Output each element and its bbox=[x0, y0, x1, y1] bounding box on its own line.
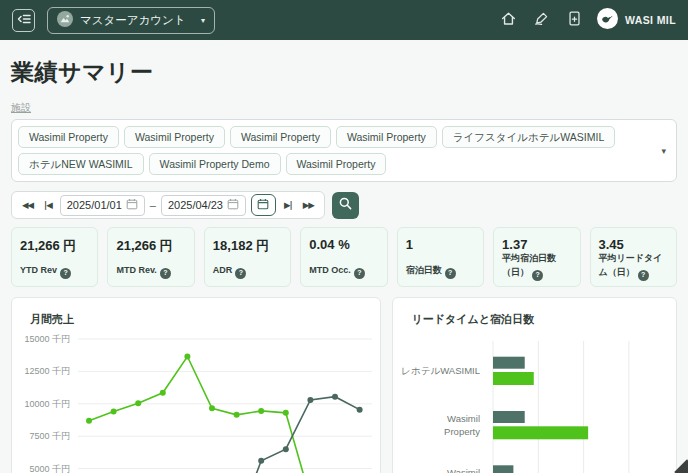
data-point bbox=[332, 394, 338, 400]
signature-icon bbox=[533, 10, 550, 30]
kpi-card: 21,266 円YTD Rev? bbox=[11, 227, 98, 287]
data-point bbox=[160, 390, 166, 396]
user-menu[interactable]: WASI MIL bbox=[597, 8, 676, 33]
kpi-label: MTD Occ.? bbox=[309, 264, 378, 279]
facility-chip[interactable]: Wasimil Property bbox=[124, 126, 225, 148]
user-avatar bbox=[597, 8, 618, 33]
kpi-card: 3.45平均リードタイム（日）? bbox=[590, 227, 677, 287]
sidebar-collapse-icon bbox=[17, 12, 31, 29]
calendar-icon[interactable] bbox=[227, 198, 239, 212]
search-button[interactable] bbox=[332, 192, 359, 219]
facility-chip[interactable]: Wasimil Property bbox=[336, 126, 437, 148]
help-icon[interactable]: ? bbox=[532, 270, 543, 281]
bar-nights bbox=[493, 411, 525, 423]
account-selector[interactable]: マスターアカウント ▾ bbox=[47, 7, 215, 34]
home-icon bbox=[500, 10, 517, 30]
kpi-label-text: 平均宿泊日数（日） bbox=[502, 253, 556, 277]
help-icon[interactable]: ? bbox=[160, 268, 171, 279]
file-plus-icon bbox=[566, 10, 583, 30]
step-back-button[interactable]: |◀ bbox=[41, 198, 55, 212]
data-point bbox=[283, 446, 289, 452]
facility-chip[interactable]: Wasimil Property bbox=[230, 126, 331, 148]
caret-down-icon: ▾ bbox=[201, 16, 205, 25]
kpi-card: 21,266 円MTD Rev.? bbox=[107, 227, 194, 287]
end-date-value: 2025/04/23 bbox=[168, 199, 223, 211]
bar-category-label: Wasimil Property bbox=[444, 466, 480, 473]
kpi-label: YTD Rev? bbox=[20, 264, 89, 279]
bar-leadtime bbox=[493, 426, 588, 439]
facility-chip[interactable]: ライフスタイルホテルWASIMIL bbox=[442, 126, 615, 148]
kpi-value: 0.04 % bbox=[309, 237, 378, 252]
line-series bbox=[89, 356, 310, 473]
y-tick-label: 7500 千円 bbox=[29, 431, 70, 441]
bar-category-label: Wasimil Property bbox=[444, 412, 480, 439]
facility-chip[interactable]: Wasimil Property bbox=[18, 126, 119, 148]
y-tick-label: 15000 千円 bbox=[24, 334, 70, 344]
kpi-label-text: MTD Rev. bbox=[116, 265, 156, 275]
help-icon[interactable]: ? bbox=[638, 270, 649, 281]
data-point bbox=[307, 397, 313, 403]
data-point bbox=[135, 400, 141, 406]
facility-caret-down-icon[interactable]: ▾ bbox=[661, 146, 666, 156]
kpi-value: 18,182 円 bbox=[213, 237, 282, 255]
kpi-label: MTD Rev.? bbox=[116, 264, 185, 279]
user-name: WASI MIL bbox=[625, 14, 676, 26]
account-avatar bbox=[57, 11, 73, 29]
top-nav: マスターアカウント ▾ bbox=[0, 0, 688, 40]
line-series bbox=[237, 397, 360, 473]
account-selector-label: マスターアカウント bbox=[80, 13, 186, 28]
today-button[interactable] bbox=[251, 194, 276, 216]
calendar-icon[interactable] bbox=[126, 198, 138, 212]
search-icon bbox=[338, 196, 353, 214]
facility-chip[interactable]: ホテルNEW WASIMIL bbox=[18, 153, 144, 175]
data-point bbox=[184, 353, 190, 359]
kpi-value: 21,266 円 bbox=[116, 237, 185, 255]
help-icon[interactable]: ? bbox=[60, 268, 71, 279]
kpi-label: ADR? bbox=[213, 264, 282, 279]
y-tick-label: 12500 千円 bbox=[24, 366, 70, 376]
kpi-label-text: 平均リードタイム（日） bbox=[599, 253, 663, 277]
kpi-value: 21,266 円 bbox=[20, 237, 89, 255]
end-date-input[interactable]: 2025/04/23 bbox=[161, 195, 246, 216]
data-point bbox=[258, 458, 264, 464]
data-point bbox=[234, 412, 240, 418]
data-point bbox=[86, 418, 92, 424]
data-point bbox=[357, 407, 363, 413]
bar-nights bbox=[493, 465, 513, 473]
kpi-card: 0.04 %MTD Occ.? bbox=[300, 227, 387, 287]
rewind-button[interactable]: ◀◀ bbox=[19, 198, 36, 212]
facility-chip[interactable]: Wasimil Property bbox=[286, 153, 387, 175]
bar-nights bbox=[493, 357, 525, 369]
start-date-input[interactable]: 2025/01/01 bbox=[60, 195, 145, 216]
page-title: 業績サマリー bbox=[11, 57, 677, 88]
date-range-separator: – bbox=[150, 199, 156, 211]
facility-select[interactable]: Wasimil PropertyWasimil PropertyWasimil … bbox=[11, 119, 677, 182]
data-point bbox=[111, 409, 117, 415]
start-date-value: 2025/01/01 bbox=[67, 199, 122, 211]
facility-chip[interactable]: Wasimil Property Demo bbox=[149, 153, 281, 175]
main-content: 業績サマリー 施設 Wasimil PropertyWasimil Proper… bbox=[0, 57, 688, 473]
help-icon[interactable]: ? bbox=[354, 268, 365, 279]
kpi-label-text: MTD Occ. bbox=[309, 265, 351, 275]
kpi-label: 宿泊日数? bbox=[406, 264, 475, 279]
data-point bbox=[258, 408, 264, 414]
bar-leadtime bbox=[493, 372, 534, 385]
kpi-card: 18,182 円ADR? bbox=[204, 227, 291, 287]
fast-forward-button[interactable]: ▶▶ bbox=[300, 198, 317, 212]
monthly-sales-line-chart: 15000 千円12500 千円10000 千円7500 千円5000 千円 bbox=[12, 298, 383, 473]
kpi-label: 平均リードタイム（日）? bbox=[599, 252, 668, 281]
date-range-bar: ◀◀ |◀ 2025/01/01 – 2025/04/23 bbox=[11, 191, 677, 219]
help-icon[interactable]: ? bbox=[235, 268, 246, 279]
kpi-value: 3.45 bbox=[599, 237, 668, 252]
leadtime-nights-bar-chart bbox=[393, 298, 678, 473]
kpi-card: 1.37平均宿泊日数（日）? bbox=[493, 227, 580, 287]
kpi-card: 1宿泊日数? bbox=[397, 227, 484, 287]
signature-button[interactable] bbox=[531, 8, 552, 32]
home-button[interactable] bbox=[498, 8, 519, 32]
sidebar-toggle-button[interactable] bbox=[12, 9, 35, 32]
kpi-value: 1 bbox=[406, 237, 475, 252]
y-tick-label: 10000 千円 bbox=[24, 399, 70, 409]
step-forward-button[interactable]: ▶| bbox=[281, 198, 295, 212]
help-icon[interactable]: ? bbox=[445, 268, 456, 279]
file-plus-button[interactable] bbox=[564, 8, 585, 32]
